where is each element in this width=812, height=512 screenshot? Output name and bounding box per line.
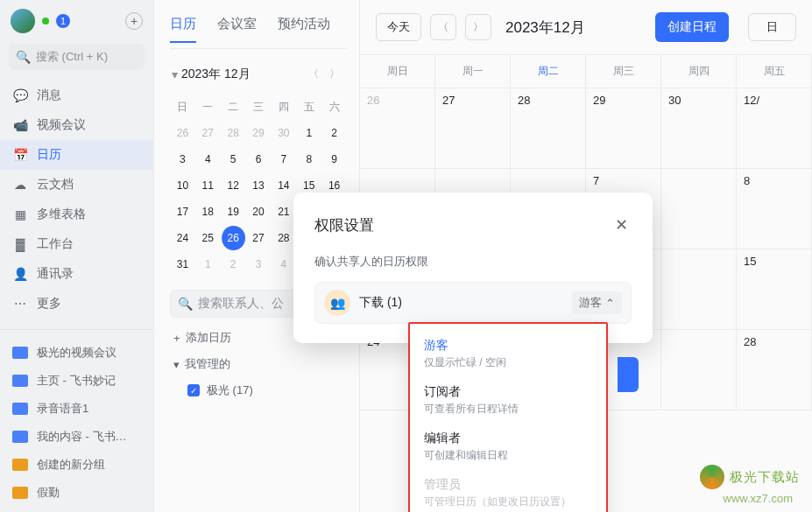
close-icon[interactable]: ✕: [611, 212, 632, 238]
watermark: 极光下载站: [700, 465, 800, 489]
share-user-name: 下载 (1): [359, 295, 563, 311]
role-dropdown: 游客仅显示忙碌 / 空闲订阅者可查看所有日程详情编辑者可创建和编辑日程管理员可管…: [408, 322, 608, 512]
share-user-row: 👥 下载 (1) 游客 ⌃: [314, 282, 632, 324]
role-option-title: 编辑者: [424, 431, 592, 446]
role-option-title: 游客: [424, 338, 592, 354]
role-option-desc: 可查看所有日程详情: [424, 402, 592, 417]
role-option[interactable]: 编辑者可创建和编辑日程: [410, 424, 606, 470]
watermark-url: www.xz7.com: [724, 492, 793, 505]
role-option[interactable]: 游客仅显示忙碌 / 空闲: [410, 331, 606, 377]
role-option: 管理员可管理日历（如更改日历设置）: [410, 470, 606, 512]
role-selector[interactable]: 游客 ⌃: [572, 291, 622, 314]
role-option-title: 订阅者: [424, 384, 592, 400]
role-option-desc: 可创建和编辑日程: [424, 448, 592, 463]
permissions-modal: 权限设置 ✕ 确认共享人的日历权限 👥 下载 (1) 游客 ⌃: [293, 193, 653, 343]
role-option[interactable]: 订阅者可查看所有日程详情: [410, 377, 606, 424]
watermark-text: 极光下载站: [730, 469, 800, 486]
modal-subtitle: 确认共享人的日历权限: [314, 254, 632, 270]
modal-title: 权限设置: [314, 215, 374, 235]
role-option-desc: 可管理日历（如更改日历设置）: [424, 494, 592, 509]
role-option-desc: 仅显示忙碌 / 空闲: [424, 355, 592, 370]
watermark-icon: [700, 465, 724, 489]
role-option-title: 管理员: [424, 477, 592, 493]
chevron-up-icon: ⌃: [605, 297, 615, 310]
group-icon: 👥: [324, 290, 350, 316]
confirm-button[interactable]: [618, 357, 639, 392]
role-label: 游客: [579, 295, 602, 311]
